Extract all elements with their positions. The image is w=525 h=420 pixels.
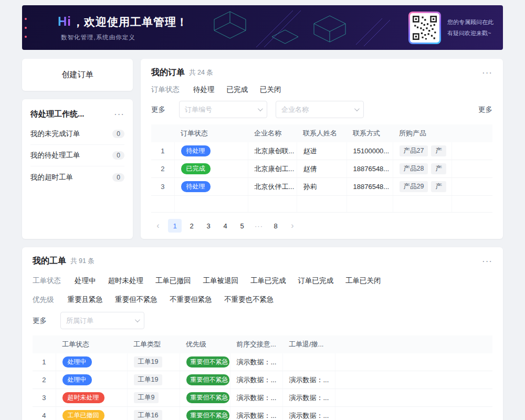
order-status-filter-label: 订单状态 [151,85,180,94]
create-order-label: 创建订单 [62,70,93,80]
order-status-filter: 订单状态 待处理 已完成 已关闭 [151,85,492,94]
parent-order-select[interactable]: 所属订单 [60,312,144,329]
orders-more-link[interactable]: 更多 [478,105,492,114]
column-header-priority: 优先级 [180,335,230,353]
banner-subtitle: 数智化管理,系统由你定义 [61,34,188,41]
workorder-priority-filter: 优先级 重要且紧急 重要但不紧急 不重要但紧急 不重要也不紧急 [33,295,492,304]
stat-count-badge: 0 [112,151,124,160]
table-row[interactable]: 1 处理中 工单19 重要但不紧急 演示数据：... [33,353,492,371]
status-badge: 处理中 [62,374,92,385]
table-row[interactable]: 4 工单已撤回 工单16 重要但不紧急 演示数据：... 演示数据：... [33,407,492,420]
pagination-page-2[interactable]: 2 [185,219,198,233]
wo-status-option-order-finished[interactable]: 订单已完成 [298,276,334,286]
product-tag: 产 [431,163,446,174]
column-header-order-status: 订单状态 [174,124,248,142]
banner-title: Hi，欢迎使用工单管理！ [58,14,188,29]
wo-status-option-overtime[interactable]: 超时未处理 [108,276,144,286]
withdraw-cell: 演示数据：... [282,407,335,420]
consultant-text: 您的专属顾问在此 有疑问欢迎来戳~ [447,17,494,39]
table-row[interactable]: 1 待处理 北京康创联... 赵进 15100000... 产品27产 [151,142,492,160]
stat-item-pending-workorders[interactable]: 我的待处理工单 0 [30,145,124,166]
phone-cell: 15100000... [346,142,393,160]
banner-greeting-text: ，欢迎使用工单管理！ [72,16,188,28]
wo-status-option-returned[interactable]: 工单被退回 [203,276,239,286]
pagination-page-8[interactable]: 8 [269,219,282,233]
workorders-more-filters-row: 更多 所属订单 [33,312,492,329]
order-status-option-done[interactable]: 已完成 [227,85,248,94]
row-index: 1 [33,353,56,371]
create-order-button[interactable]: 创建订单 [22,59,133,91]
column-header-wo-status: 工单状态 [56,335,127,353]
company-name-select[interactable]: 企业名称 [276,101,364,118]
consultant-line2: 有疑问欢迎来戳~ [447,28,494,39]
phone-cell: 18876548... [346,178,393,196]
row-index: 2 [151,160,174,178]
qr-code-frame [408,12,441,44]
orders-table-header-row: 订单状态 企业名称 联系人姓名 联系方式 所购产品 [151,124,492,142]
company-cell: 北京伙伴工... [248,178,297,196]
pagination-ellipsis-icon[interactable]: ··· [252,219,266,233]
table-row[interactable]: 3 超时未处理 工单9 重要但不紧急 演示数据：... 演示数据：... [33,389,492,407]
order-number-select-placeholder: 订单编号 [185,105,212,114]
priority-option-important-urgent[interactable]: 重要且紧急 [68,295,103,304]
workorder-type-tag: 工单9 [134,392,159,403]
company-cell: 北京康创工... [248,160,297,178]
stats-card-title: 待处理工作统... [30,109,85,119]
my-orders-panel: 我的订单 共 24 条 ··· 订单状态 待处理 已完成 已关闭 更多 订单编号… [141,59,503,239]
row-index: 3 [151,178,174,196]
workorder-type-tag: 工单19 [134,356,163,368]
handover-cell: 演示数据：... [230,371,282,389]
banner-greeting-highlight: Hi [58,14,71,28]
stat-item-unfinished-orders[interactable]: 我的未完成订单 0 [30,123,124,145]
main-content-row: 创建订单 待处理工作统... ··· 我的未完成订单 0 我的待处理工单 0 我… [22,59,503,239]
row-index: 2 [33,371,56,389]
more-menu-icon[interactable]: ··· [482,257,492,266]
workorder-status-filter-label: 工单状态 [33,276,61,286]
pagination-page-4[interactable]: 4 [218,219,232,233]
table-row[interactable]: 3 待处理 北京伙伴工... 孙莉 18876548... 产品29产 [151,178,492,196]
stat-label: 我的未完成订单 [30,129,80,139]
stat-count-badge: 0 [112,130,124,138]
stat-item-overtime-workorders[interactable]: 我的超时工单 0 [30,166,124,188]
priority-badge: 重要但不紧急 [186,374,229,385]
status-badge: 超时未处理 [62,392,104,403]
priority-option-not-important-not-urgent[interactable]: 不重要也不紧急 [224,295,274,304]
wo-status-option-closed[interactable]: 工单已关闭 [345,276,381,286]
contact-cell: 赵进 [297,142,346,160]
wo-status-option-processing[interactable]: 处理中 [75,276,96,286]
product-tag: 产品29 [400,181,428,192]
column-header-contact-name: 联系人姓名 [297,124,346,142]
workorders-panel-title: 我的工单 [33,256,66,267]
withdraw-cell [282,353,335,371]
pagination-next-icon[interactable]: › [286,219,299,233]
more-menu-icon[interactable]: ··· [482,68,492,77]
pagination-page-3[interactable]: 3 [202,219,215,233]
pagination-page-5[interactable]: 5 [235,219,249,233]
wo-status-option-finished[interactable]: 工单已完成 [250,276,286,286]
status-badge: 处理中 [62,356,92,368]
table-row[interactable]: 2 已完成 北京康创工... 赵倩 18876548... 产品28产 [151,160,492,178]
order-status-option-pending[interactable]: 待处理 [193,85,215,94]
withdraw-cell: 演示数据：... [282,371,335,389]
product-tag: 产 [431,145,446,156]
row-index: 1 [151,142,174,160]
column-header-index [33,335,56,353]
priority-badge: 重要但不紧急 [186,392,229,403]
wo-status-option-withdrawn[interactable]: 工单已撤回 [155,276,191,286]
contact-cell: 孙莉 [297,178,346,196]
table-row[interactable]: 2 处理中 工单19 重要但不紧急 演示数据：... 演示数据：... [33,371,492,389]
pagination: ‹ 1 2 3 4 5 ··· 8 › [151,219,492,239]
more-menu-icon[interactable]: ··· [114,110,124,119]
priority-option-not-important-urgent[interactable]: 不重要但紧急 [170,295,212,304]
priority-option-important-not-urgent[interactable]: 重要但不紧急 [115,295,158,304]
pagination-page-1[interactable]: 1 [168,219,182,233]
stat-count-badge: 0 [112,173,124,182]
order-status-option-closed[interactable]: 已关闭 [260,85,281,94]
pagination-prev-icon[interactable]: ‹ [151,219,165,233]
withdraw-cell: 演示数据：... [282,389,335,407]
status-badge: 待处理 [181,181,211,192]
order-number-select[interactable]: 订单编号 [179,101,267,118]
column-header-filler [335,335,492,353]
chevron-down-icon [258,106,263,111]
workorders-table-header-row: 工单状态 工单类型 优先级 前序交接意... 工单退/撤... [33,335,492,353]
